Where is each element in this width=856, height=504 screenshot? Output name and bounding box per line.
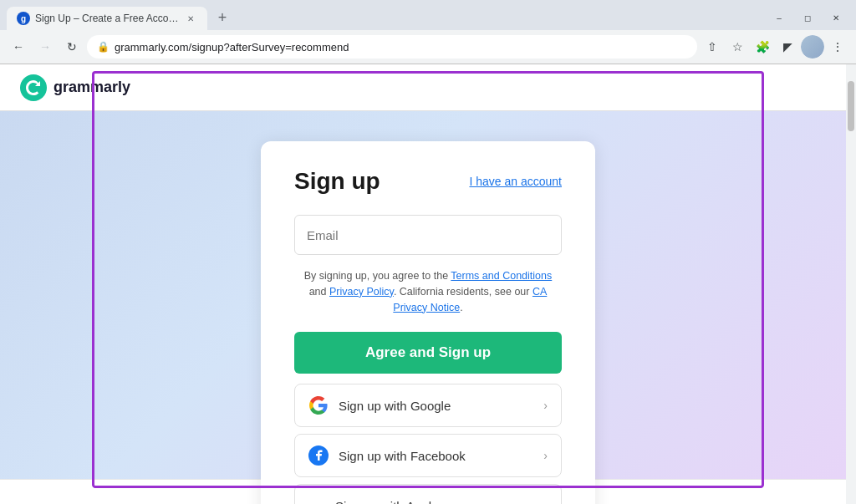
forward-button[interactable]: → xyxy=(33,35,57,59)
lock-icon: 🔒 xyxy=(97,41,110,53)
email-input[interactable] xyxy=(294,215,562,255)
new-tab-button[interactable]: + xyxy=(211,6,234,29)
signup-title: Sign up xyxy=(294,168,380,195)
terms-text-before: By signing up, you agree to the xyxy=(304,270,451,282)
active-tab[interactable]: g Sign Up – Create a Free Account | Gran… xyxy=(7,7,207,30)
close-button[interactable]: ✕ xyxy=(823,9,849,26)
maximize-button[interactable]: ◻ xyxy=(794,9,821,26)
tab-favicon: g xyxy=(17,12,30,25)
apple-chevron-icon: › xyxy=(543,499,548,504)
tab-title: Sign Up – Create a Free Account | Gran… xyxy=(35,13,179,24)
card-header: Sign up I have an account xyxy=(294,168,562,195)
signup-card: Sign up I have an account By signing up,… xyxy=(261,141,595,504)
apple-signup-option[interactable]: Sign up with Apple › xyxy=(294,484,562,504)
apple-icon xyxy=(308,497,325,504)
terms-text: By signing up, you agree to the Terms an… xyxy=(294,268,562,315)
google-chevron-icon: › xyxy=(543,399,548,412)
facebook-signup-option[interactable]: Sign up with Facebook › xyxy=(294,434,562,477)
reload-button[interactable]: ↻ xyxy=(60,35,84,59)
extensions-icon[interactable]: 🧩 xyxy=(751,35,774,59)
main-area: Sign up I have an account By signing up,… xyxy=(0,111,856,504)
terms-text-after: . California residents, see our xyxy=(394,286,532,298)
privacy-policy-link[interactable]: Privacy Policy xyxy=(329,286,394,298)
svg-point-2 xyxy=(20,74,47,101)
terms-conditions-link[interactable]: Terms and Conditions xyxy=(451,270,552,282)
profile-avatar[interactable] xyxy=(801,35,824,59)
back-button[interactable]: ← xyxy=(7,35,30,59)
google-signup-option[interactable]: Sign up with Google › xyxy=(294,384,562,427)
facebook-chevron-icon: › xyxy=(543,449,548,462)
facebook-icon xyxy=(308,445,329,466)
window-controls: – ◻ ✕ xyxy=(766,9,856,26)
address-bar[interactable]: 🔒 grammarly.com/signup?afterSurvey=recom… xyxy=(87,35,697,59)
terms-text-end: . xyxy=(460,302,462,313)
apple-signup-label: Sign up with Apple xyxy=(335,499,543,504)
share-icon[interactable]: ⇧ xyxy=(701,35,724,59)
tab-close-button[interactable]: ✕ xyxy=(184,12,197,25)
terms-text-mid: and xyxy=(309,286,329,298)
url-text: grammarly.com/signup?afterSurvey=recomme… xyxy=(115,41,687,53)
toolbar-actions: ⇧ ☆ 🧩 ◤ ⋮ xyxy=(701,35,849,59)
browser-toolbar: ← → ↻ 🔒 grammarly.com/signup?afterSurvey… xyxy=(0,30,856,64)
grammarly-logo: grammarly xyxy=(20,74,130,101)
minimize-button[interactable]: – xyxy=(766,9,792,26)
menu-icon[interactable]: ⋮ xyxy=(826,35,849,59)
agree-signup-button[interactable]: Agree and Sign up xyxy=(294,332,562,374)
browser-chrome: g Sign Up – Create a Free Account | Gran… xyxy=(0,0,856,64)
split-view-icon[interactable]: ◤ xyxy=(776,35,799,59)
site-header: grammarly xyxy=(0,64,856,111)
have-account-link[interactable]: I have an account xyxy=(469,175,562,188)
google-icon xyxy=(308,395,329,415)
scrollbar-thumb[interactable] xyxy=(848,81,854,131)
google-signup-label: Sign up with Google xyxy=(339,399,543,413)
svg-text:g: g xyxy=(21,14,26,23)
scrollbar[interactable] xyxy=(846,64,856,504)
bookmark-icon[interactable]: ☆ xyxy=(726,35,749,59)
logo-icon xyxy=(20,74,47,101)
facebook-signup-label: Sign up with Facebook xyxy=(339,449,543,463)
logo-text: grammarly xyxy=(54,79,130,96)
page-content: grammarly Sign up I have an account By s… xyxy=(0,64,856,504)
